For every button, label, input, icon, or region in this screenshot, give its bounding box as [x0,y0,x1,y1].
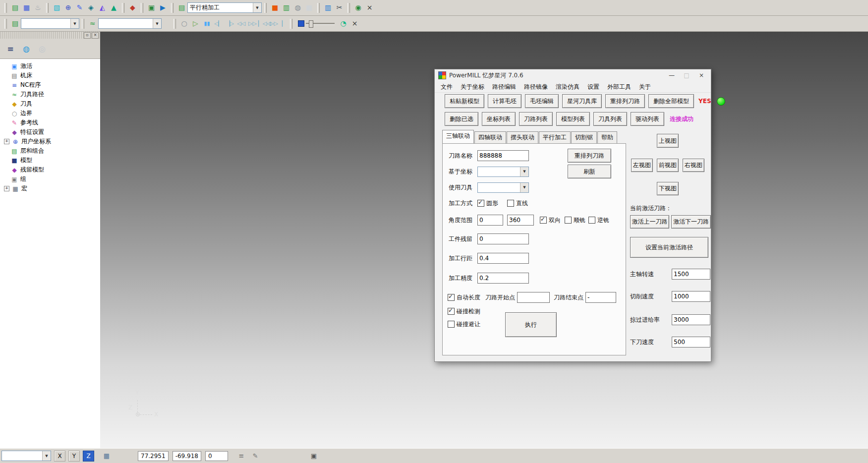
z-axis-button[interactable]: Z [83,451,94,462]
bidirectional-checkbox[interactable]: 双向 [540,216,561,225]
chevron-down-icon[interactable] [520,167,528,176]
toolpath-draw-icon[interactable]: ✎ [74,2,85,13]
globe-icon[interactable]: ◍ [20,42,33,55]
tree-item-toolpaths[interactable]: ≈ 刀具路径 [0,90,100,99]
step-back-icon[interactable]: ◁▏ [213,18,224,29]
circle-checkbox[interactable]: 圆形 [477,199,498,208]
expander-icon[interactable] [4,102,8,106]
chevron-down-icon[interactable] [153,19,161,28]
tab-saw[interactable]: 切割锯 [571,131,597,143]
chevron-down-icon[interactable] [42,451,51,461]
go-to-end-icon[interactable]: ▷▷▕ [270,18,281,29]
checkbox-icon[interactable] [588,217,595,224]
menu-path-edit[interactable]: 路径编辑 [488,82,520,92]
tolerance-input[interactable] [477,273,529,284]
auto-length-checkbox[interactable]: 自动长度 [448,293,480,302]
coord-combobox[interactable] [477,167,529,177]
feature-icon[interactable]: ▲ [108,2,119,13]
menu-path-mirror[interactable]: 路径镜像 [520,82,552,92]
boundary-icon[interactable]: ◭ [97,2,108,13]
step-forward-icon[interactable]: ▕▷ [224,18,235,29]
spindle-speed-input[interactable] [672,269,710,280]
chevron-down-icon[interactable] [520,183,528,192]
coord-list-button[interactable]: 坐标列表 [482,112,516,126]
collision-check-checkbox[interactable]: 碰撞检测 [448,307,480,316]
y-axis-button[interactable]: Y [68,451,80,462]
view-front-button[interactable]: 前视图 [657,159,679,172]
play-icon[interactable]: ▷ [190,18,201,29]
tree-item-levels-and-sets[interactable]: ▤ 层和组合 [0,146,100,156]
plunge-feed-input[interactable] [672,337,710,347]
paste-new-model-button[interactable]: 粘贴新模型 [445,94,484,108]
expander-icon[interactable]: + [4,186,9,191]
slider-handle[interactable] [309,20,313,28]
search-icon[interactable]: ◉ [352,2,364,13]
angle-to-input[interactable] [507,215,534,226]
cutting-feed-input[interactable] [672,291,710,302]
stock-input[interactable] [477,233,529,244]
save-icon[interactable]: ▦ [21,2,32,13]
slider-track[interactable] [306,23,335,25]
expander-icon[interactable] [4,130,8,134]
toolpath-select-combobox[interactable] [21,18,79,29]
model-icon[interactable]: ▣ [146,2,157,13]
scissors-icon[interactable]: ✂ [334,2,345,13]
workplane-icon[interactable]: ⊕ [62,2,74,13]
view-left-button[interactable]: 左视图 [631,159,653,172]
tree-item-tools[interactable]: ◆ 刀具 [0,99,100,109]
expander-icon[interactable] [4,177,8,181]
collision-avoid-checkbox[interactable]: 碰撞避让 [448,320,480,329]
tree-item-boundaries[interactable]: ○ 边界 [0,109,100,118]
tool-select-combobox[interactable] [98,18,162,29]
panel-restore-icon[interactable]: ▫ [84,32,91,39]
checkbox-icon[interactable] [448,321,455,328]
expander-icon[interactable]: + [4,139,9,144]
activate-next-toolpath-button[interactable]: 激活下一刀路 [671,215,711,229]
toolpath-name-input[interactable] [477,150,529,161]
checkbox-icon[interactable] [565,217,572,224]
tool-library-button[interactable]: 星河刀具库 [562,94,602,108]
calc-block-button[interactable]: 计算毛坯 [488,94,521,108]
menu-render-sim[interactable]: 渲染仿真 [552,82,583,92]
checkbox-icon[interactable] [477,200,484,207]
dialog-titlebar[interactable]: PowerMILL 忆梦星河 7.0.6 — □ × [435,69,711,81]
tree-item-activate[interactable]: ▣ 激活 [0,61,100,71]
simulation-speed-slider[interactable] [298,20,335,27]
tree-item-patterns[interactable]: ✎ 参考线 [0,118,100,127]
levels-icon[interactable]: ▤ [9,18,21,29]
set-active-path-button[interactable]: 设置当前激活路径 [630,237,708,258]
tree-item-feature-sets[interactable]: ◆ 特征设置 [0,127,100,137]
list-icon[interactable]: ≡ [236,451,247,461]
toolpath-list-button[interactable]: 刀路列表 [519,112,553,126]
chevron-down-icon[interactable] [253,3,261,12]
levels-icon[interactable]: ▤ [9,2,21,13]
checkbox-icon[interactable] [540,217,547,224]
tree-item-models[interactable]: ■ 模型 [0,156,100,165]
checkbox-icon[interactable] [448,308,455,315]
expander-icon[interactable] [4,158,8,163]
view-top-button[interactable]: 上视图 [657,134,679,148]
expander-icon[interactable] [4,168,8,172]
close-toolbar-icon[interactable]: × [364,2,375,13]
block-edit-button[interactable]: 毛坯编辑 [525,94,559,108]
tree-item-stock-models[interactable]: ◆ 残留模型 [0,165,100,174]
rearrange-toolpaths-button-2[interactable]: 重排列刀路 [568,149,611,163]
menu-settings[interactable]: 设置 [583,82,603,92]
x-axis-button[interactable]: X [54,451,65,462]
climb-checkbox[interactable]: 顺铣 [565,216,585,225]
print-icon[interactable]: ♨ [32,2,44,13]
tool-icon[interactable]: ◆ [127,2,138,13]
gauge-icon[interactable]: ◍ [292,2,303,13]
tree-item-nc-programs[interactable]: ≡ NC程序 [0,80,100,90]
panel-close-icon[interactable]: × [92,32,99,39]
refresh-button[interactable]: 刷新 [568,165,611,178]
copy-icon[interactable]: ▣ [308,451,319,461]
expander-icon[interactable] [4,120,8,125]
line-checkbox[interactable]: 直线 [507,199,528,208]
expander-icon[interactable] [4,73,8,78]
view-bottom-button[interactable]: 下视图 [657,182,679,195]
tab-parallel[interactable]: 平行加工 [539,131,571,143]
activate-prev-toolpath-button[interactable]: 激活上一刀路 [630,215,669,229]
rearrange-toolpaths-button[interactable]: 重排列刀路 [605,94,645,108]
view-right-button[interactable]: 右视图 [683,159,704,172]
